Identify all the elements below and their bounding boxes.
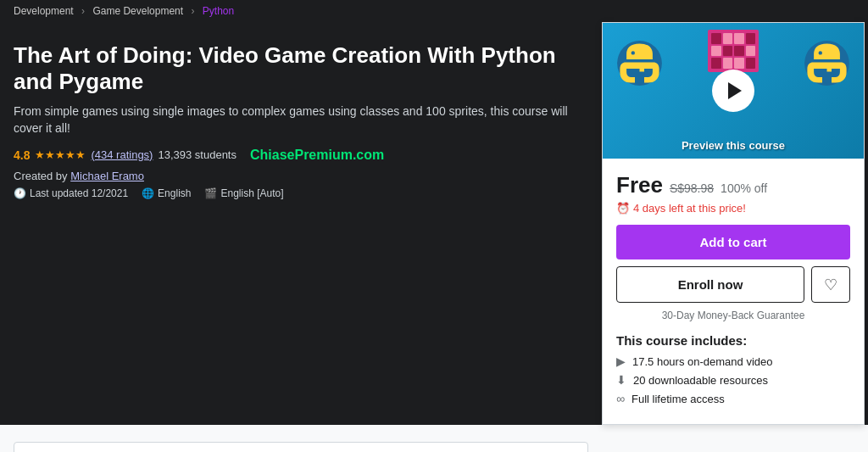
price-row: Free S$98.98 100% off <box>616 172 850 198</box>
guarantee-text: 30-Day Money-Back Guarantee <box>616 310 850 321</box>
price-original: S$98.98 <box>670 181 714 195</box>
watermark-text: ChiasePremium.com <box>250 148 384 163</box>
includes-item-video: ▶ 17.5 hours on-demand video <box>616 354 850 368</box>
game-sprite <box>708 30 759 72</box>
left-panel: What you'll learn ✓ Fundamentals of the … <box>0 425 602 452</box>
play-button[interactable] <box>712 70 754 112</box>
includes-download-text: 20 downloadable resources <box>633 374 768 387</box>
enroll-row: Enroll now ♡ <box>616 266 850 303</box>
timer-text: 4 days left at this price! <box>633 202 746 215</box>
breadcrumb-sep-1: › <box>81 5 85 17</box>
course-card: Preview this course Free S$98.98 100% of… <box>602 22 865 425</box>
enroll-now-button[interactable]: Enroll now <box>616 266 804 303</box>
infinity-icon: ∞ <box>616 392 625 405</box>
timer-row: ⏰ 4 days left at this price! <box>616 202 850 215</box>
includes-item-lifetime: ∞ Full lifetime access <box>616 392 850 405</box>
rating-number: 4.8 <box>14 148 30 162</box>
includes-title: This course includes: <box>616 333 850 348</box>
breadcrumb-development[interactable]: Development <box>14 5 74 17</box>
price-discount: 100% off <box>721 181 767 195</box>
svg-point-4 <box>819 51 822 54</box>
creator-link[interactable]: Michael Eramo <box>70 170 144 182</box>
main-layout: What you'll learn ✓ Fundamentals of the … <box>0 425 868 452</box>
course-subtitle: From simple games using single images to… <box>14 103 588 137</box>
top-nav: Development › Game Development › Python <box>0 0 868 22</box>
video-icon: ▶ <box>616 354 626 368</box>
course-title: The Art of Doing: Video Game Creation Wi… <box>14 42 588 95</box>
clock-icon: 🕐 <box>14 187 26 199</box>
breadcrumb-sep-2: › <box>191 5 194 17</box>
rating-count[interactable]: (434 ratings) <box>91 148 153 161</box>
caption-icon: 🎬 <box>204 187 217 199</box>
breadcrumb-python[interactable]: Python <box>203 5 234 17</box>
includes-lifetime-text: Full lifetime access <box>632 393 725 405</box>
meta-row: 🕐 Last updated 12/2021 🌐 English 🎬 Engli… <box>14 187 588 199</box>
last-updated-text: Last updated 12/2021 <box>30 187 128 199</box>
creator-row: Created by Michael Eramo <box>14 170 588 182</box>
svg-point-1 <box>632 51 635 54</box>
students-count: 13,393 students <box>158 148 236 161</box>
heart-icon: ♡ <box>824 276 837 294</box>
creator-label: Created by <box>14 170 68 182</box>
globe-icon: 🌐 <box>142 187 154 199</box>
learn-box: What you'll learn ✓ Fundamentals of the … <box>14 442 588 452</box>
wishlist-button[interactable]: ♡ <box>811 266 850 303</box>
sidebar-spacer <box>602 425 865 452</box>
svg-point-5 <box>832 71 835 75</box>
price-free: Free <box>616 172 663 198</box>
hero-section: The Art of Doing: Video Game Creation Wi… <box>0 22 602 425</box>
includes-list: ▶ 17.5 hours on-demand video ⬇ 20 downlo… <box>616 354 850 405</box>
last-updated: 🕐 Last updated 12/2021 <box>14 187 128 199</box>
card-body: Free S$98.98 100% off ⏰ 4 days left at t… <box>603 159 864 424</box>
breadcrumb-game-dev[interactable]: Game Development <box>92 5 183 17</box>
alarm-icon: ⏰ <box>616 202 630 215</box>
play-triangle-icon <box>728 82 742 99</box>
preview-label: Preview this course <box>603 139 864 152</box>
language-item: 🌐 English <box>142 187 191 199</box>
download-icon: ⬇ <box>616 373 626 387</box>
rating-row: 4.8 ★★★★★ (434 ratings) 13,393 students … <box>14 148 588 163</box>
python-logo-left <box>616 40 663 86</box>
includes-item-download: ⬇ 20 downloadable resources <box>616 373 850 387</box>
add-to-cart-button[interactable]: Add to cart <box>616 225 850 259</box>
caption-item: 🎬 English [Auto] <box>204 187 283 199</box>
star-icons: ★★★★★ <box>35 148 86 161</box>
right-sidebar: Preview this course Free S$98.98 100% of… <box>602 22 865 425</box>
python-logo-right <box>804 40 850 86</box>
svg-point-2 <box>644 71 648 75</box>
preview-area[interactable]: Preview this course <box>603 23 864 159</box>
language-text: English <box>158 187 191 199</box>
caption-text: English [Auto] <box>220 187 283 199</box>
includes-video-text: 17.5 hours on-demand video <box>632 355 773 368</box>
